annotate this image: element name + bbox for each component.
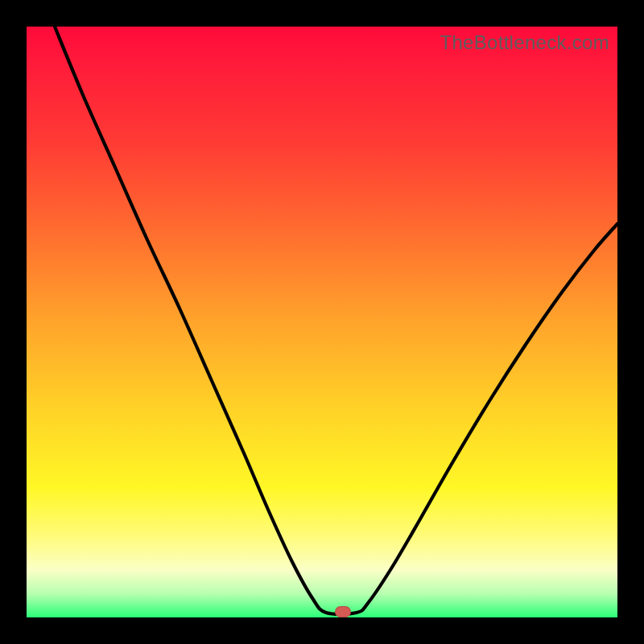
plot-area: TheBottleneck.com: [27, 27, 617, 617]
curve-path: [55, 27, 617, 614]
chart-frame: TheBottleneck.com: [0, 0, 644, 644]
optimum-marker: [335, 606, 351, 617]
bottleneck-curve: [27, 27, 617, 617]
